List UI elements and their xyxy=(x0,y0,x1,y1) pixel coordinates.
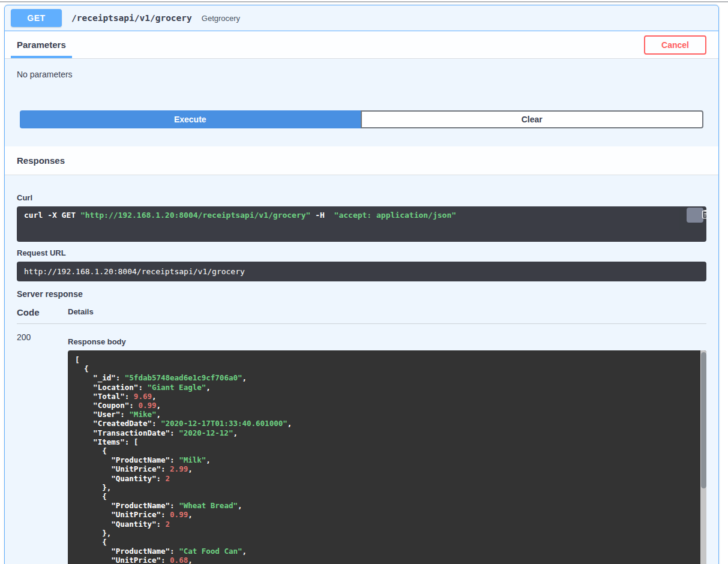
parameters-section: No parameters Execute Clear xyxy=(5,59,718,146)
section-divider xyxy=(0,1,728,2)
responses-section-title: Responses xyxy=(5,146,718,175)
opblock-summary[interactable]: GET /receiptsapi/v1/grocery Getgrocery xyxy=(5,5,718,31)
details-column-header: Details xyxy=(68,307,94,317)
scrollbar-track[interactable] xyxy=(700,350,706,564)
response-body[interactable]: [ { "_id": "5fdab5748ead6e1c9cf706a0", "… xyxy=(68,350,706,564)
tab-parameters[interactable]: Parameters xyxy=(17,31,66,58)
request-url-bar: http://192.168.1.20:8004/receiptsapi/v1/… xyxy=(17,262,706,281)
endpoint-path: /receiptsapi/v1/grocery xyxy=(71,13,192,23)
method-badge: GET xyxy=(11,9,62,27)
code-column-header: Code xyxy=(17,307,68,317)
no-parameters-text: No parameters xyxy=(17,70,706,79)
response-table-header: Code Details xyxy=(17,299,706,324)
execute-row: Execute Clear xyxy=(20,110,703,128)
active-tab-underline xyxy=(11,56,72,58)
copy-to-clipboard-button[interactable] xyxy=(687,208,703,223)
scrollbar-thumb[interactable] xyxy=(701,352,706,488)
responses-section: Curl curl -X GET "http://192.168.1.20:80… xyxy=(5,175,718,564)
curl-url: "http://192.168.1.20:8004/receiptsapi/v1… xyxy=(80,211,311,220)
request-url-label: Request URL xyxy=(17,248,706,257)
cancel-button[interactable]: Cancel xyxy=(644,35,706,55)
curl-label: Curl xyxy=(17,193,706,202)
operation-name: Getgrocery xyxy=(202,14,240,23)
clipboard-icon xyxy=(679,206,706,230)
curl-header-value: "accept: application/json" xyxy=(334,211,457,220)
tab-header-row: Parameters Cancel xyxy=(5,31,718,59)
opblock-get: GET /receiptsapi/v1/grocery Getgrocery P… xyxy=(4,5,719,564)
response-row: 200 Response body [ { "_id": "5fdab5748e… xyxy=(17,324,706,564)
response-body-wrapper: [ { "_id": "5fdab5748ead6e1c9cf706a0", "… xyxy=(68,350,706,564)
status-code: 200 xyxy=(17,332,68,564)
curl-header-flag: -H xyxy=(310,211,334,220)
curl-prefix: curl -X GET xyxy=(24,211,80,220)
curl-command-bar: curl -X GET "http://192.168.1.20:8004/re… xyxy=(17,206,706,242)
execute-button[interactable]: Execute xyxy=(20,110,361,128)
response-body-label: Response body xyxy=(68,337,706,346)
clear-button[interactable]: Clear xyxy=(361,110,704,128)
response-details-cell: Response body [ { "_id": "5fdab5748ead6e… xyxy=(68,332,706,564)
server-response-label: Server response xyxy=(17,289,706,299)
tab-parameters-label: Parameters xyxy=(17,40,66,50)
